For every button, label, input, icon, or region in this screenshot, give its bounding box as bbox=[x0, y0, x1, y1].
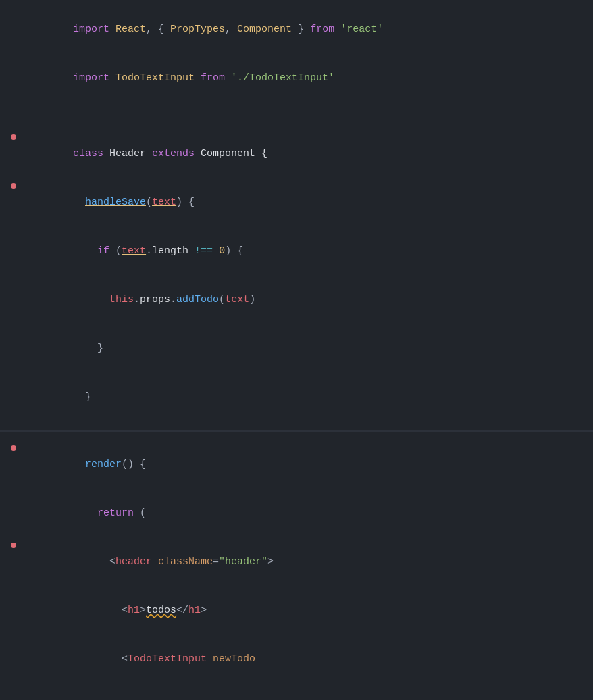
line-2-content: import TodoTextInput from './TodoTextInp… bbox=[19, 54, 593, 103]
gutter-header-open bbox=[5, 543, 19, 548]
method-render: render bbox=[85, 459, 122, 470]
indent7 bbox=[73, 507, 97, 519]
keyword-this: this bbox=[109, 294, 134, 305]
var-text: text bbox=[122, 245, 146, 257]
line-7: this.props.addTodo(text) bbox=[0, 276, 593, 324]
tag-header: header bbox=[115, 556, 158, 568]
rparen: ) { bbox=[176, 197, 195, 208]
punct2: , bbox=[225, 24, 237, 35]
breakpoint-dot-5 bbox=[11, 183, 16, 189]
identifier-proptypes: PropTypes bbox=[170, 24, 225, 35]
identifier-react: React bbox=[115, 24, 146, 35]
method-addtodo: addTodo bbox=[176, 294, 219, 305]
close-brace-if: } bbox=[97, 343, 103, 354]
h1-text: todos bbox=[146, 605, 176, 616]
op-neq: !== bbox=[195, 245, 219, 257]
indent3 bbox=[73, 294, 109, 305]
line-3-content bbox=[19, 103, 593, 119]
gt3: > bbox=[201, 605, 207, 616]
breakpoint-dot-4 bbox=[11, 134, 16, 140]
open-paren: ( bbox=[140, 507, 146, 519]
line-onsave-content: onSave={this.handleSave.bind(this)} bbox=[19, 684, 593, 700]
render-block: render() { return ( <header className="h… bbox=[0, 435, 593, 700]
class-block: class Header extends Component { handleS… bbox=[0, 124, 593, 427]
keyword-from: from bbox=[310, 24, 340, 35]
separator-1 bbox=[0, 430, 593, 432]
line-3 bbox=[0, 103, 593, 119]
prop-length: length bbox=[152, 245, 195, 257]
identifier-todotextinput: TodoTextInput bbox=[115, 72, 195, 84]
param-text: text bbox=[152, 197, 176, 208]
lparen: ( bbox=[146, 197, 152, 208]
tag-h1-close: h1 bbox=[188, 605, 201, 616]
indent8 bbox=[73, 556, 109, 568]
lt4: < bbox=[122, 653, 128, 665]
line-todotextinput: <TodoTextInput newTodo bbox=[0, 635, 593, 684]
line-7-content: this.props.addTodo(text) bbox=[19, 276, 593, 324]
classname-val: "header" bbox=[219, 556, 267, 568]
gt1: > bbox=[267, 556, 274, 568]
line-render-content: render() { bbox=[19, 441, 593, 489]
render-parens: () { bbox=[122, 459, 146, 470]
line-6-content: if (text.length !== 0) { bbox=[19, 227, 593, 276]
line-onsave: onSave={this.handleSave.bind(this)} bbox=[0, 684, 593, 700]
indent9 bbox=[73, 605, 122, 616]
line-h1-content: <h1>todos</h1> bbox=[19, 586, 593, 635]
string-todotextinput: './TodoTextInput' bbox=[231, 72, 334, 84]
dot3: . bbox=[170, 294, 176, 305]
breakpoint-dot-header bbox=[11, 543, 16, 548]
space bbox=[195, 72, 201, 84]
punct: , { bbox=[146, 24, 170, 35]
prop-props: props bbox=[140, 294, 170, 305]
tag-h1: h1 bbox=[128, 605, 140, 616]
lparen2: ( bbox=[115, 245, 122, 257]
line-5: handleSave(text) { bbox=[0, 178, 593, 227]
gutter-4 bbox=[5, 134, 19, 140]
gt2: > bbox=[140, 605, 146, 616]
attr-newtodo: newTodo bbox=[213, 653, 255, 665]
line-todotextinput-content: <TodoTextInput newTodo bbox=[19, 635, 593, 684]
line-header-open: <header className="header"> bbox=[0, 538, 593, 586]
eq1: = bbox=[213, 556, 219, 568]
indent6 bbox=[73, 459, 85, 470]
method-handlesave: handleSave bbox=[85, 197, 146, 208]
dot: . bbox=[146, 245, 152, 257]
rparen2: ) { bbox=[225, 245, 243, 257]
identifier-component: Component bbox=[237, 24, 292, 35]
keyword-return: return bbox=[97, 507, 140, 519]
indent1 bbox=[73, 197, 85, 208]
rparen3: ) bbox=[249, 294, 255, 305]
num-zero: 0 bbox=[219, 245, 225, 257]
keyword-if: if bbox=[97, 245, 115, 257]
lt1: < bbox=[109, 556, 115, 568]
line-return: return ( bbox=[0, 489, 593, 538]
line-return-content: return ( bbox=[19, 489, 593, 538]
line-8: } bbox=[0, 324, 593, 373]
identifier-component2: Component { bbox=[201, 148, 267, 159]
attr-classname: className bbox=[158, 556, 213, 568]
indent2 bbox=[73, 245, 97, 257]
gutter-render bbox=[5, 445, 19, 451]
gutter-5 bbox=[5, 183, 19, 189]
indent4 bbox=[73, 343, 97, 354]
keyword-extends: extends bbox=[152, 148, 201, 159]
line-4-content: class Header extends Component { bbox=[19, 130, 593, 178]
breakpoint-dot-render bbox=[11, 445, 16, 451]
line-5-content: handleSave(text) { bbox=[19, 178, 593, 227]
line-render: render() { bbox=[0, 441, 593, 489]
lparen3: ( bbox=[219, 294, 225, 305]
line-h1: <h1>todos</h1> bbox=[0, 586, 593, 635]
classname-header: Header bbox=[109, 148, 152, 159]
lt2: < bbox=[122, 605, 128, 616]
line-8-content: } bbox=[19, 324, 593, 373]
keyword-import: import bbox=[73, 24, 115, 35]
punct3: } bbox=[292, 24, 310, 35]
imports-block: import React, { PropTypes, Component } f… bbox=[0, 0, 593, 124]
line-2: import TodoTextInput from './TodoTextInp… bbox=[0, 54, 593, 103]
dot2: . bbox=[134, 294, 140, 305]
line-1: import React, { PropTypes, Component } f… bbox=[0, 5, 593, 54]
keyword-from2: from bbox=[201, 72, 231, 84]
string-react: 'react' bbox=[340, 24, 383, 35]
line-1-content: import React, { PropTypes, Component } f… bbox=[19, 5, 593, 54]
keyword-class: class bbox=[73, 148, 109, 159]
